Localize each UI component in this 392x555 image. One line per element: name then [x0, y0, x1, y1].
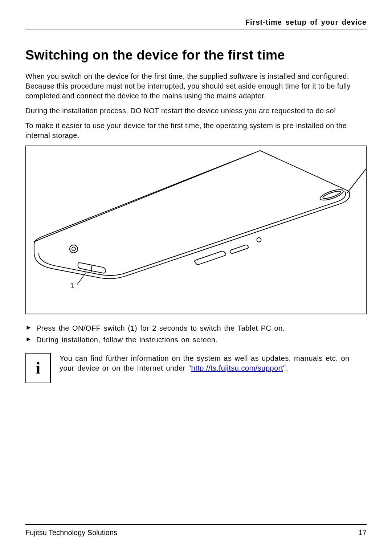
bullet-arrow-icon: ►	[25, 322, 36, 333]
figure-callout-1: 1	[70, 282, 74, 290]
svg-point-5	[257, 238, 261, 242]
svg-point-2	[70, 245, 78, 253]
tablet-line-art: 1	[26, 146, 366, 314]
support-link[interactable]: http://ts.fujitsu.com/support	[191, 364, 283, 372]
intro-paragraph-1: When you switch on the device for the fi…	[25, 72, 367, 101]
info-icon: i	[25, 353, 51, 383]
step-item: ► Press the ON/OFF switch (1) for 2 seco…	[25, 322, 367, 334]
info-glyph: i	[36, 360, 41, 376]
svg-point-3	[72, 247, 75, 251]
step-text: Press the ON/OFF switch (1) for 2 second…	[36, 322, 285, 334]
intro-paragraph-2: During the installation process, DO NOT …	[25, 106, 367, 116]
footer-page-number: 17	[359, 529, 367, 537]
device-figure: 1	[25, 146, 367, 314]
footer-left: Fujitsu Technology Solutions	[25, 529, 117, 537]
step-item: ► During installation, follow the instru…	[25, 334, 367, 346]
bullet-arrow-icon: ►	[25, 334, 36, 344]
intro-paragraph-3: To make it easier to use your device for…	[25, 121, 367, 140]
step-text: During installation, follow the instruct…	[36, 334, 218, 346]
section-title: First-time setup of your device	[245, 18, 367, 26]
page-footer: Fujitsu Technology Solutions 17	[25, 524, 367, 537]
steps-list: ► Press the ON/OFF switch (1) for 2 seco…	[25, 322, 367, 346]
page-title: Switching on the device for the first ti…	[25, 48, 367, 63]
info-text-after: .	[286, 364, 288, 372]
info-note: i You can find further information on th…	[25, 353, 367, 383]
info-text: You can find further information on the …	[60, 353, 367, 373]
page-header: First-time setup of your device	[25, 18, 367, 29]
